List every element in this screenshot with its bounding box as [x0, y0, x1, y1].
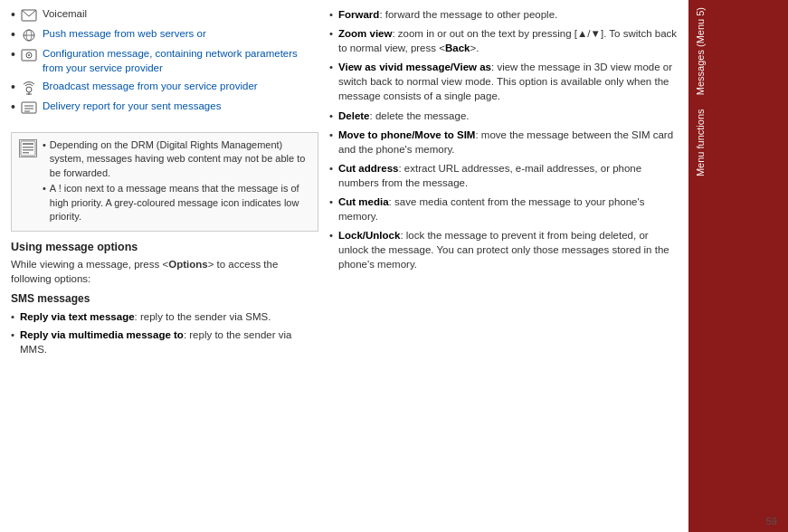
push-label: Push message from web servers or [43, 27, 206, 42]
note-bullet-dot-2: • [43, 182, 46, 223]
list-item: Cut address: extract URL addresses, e-ma… [329, 161, 678, 190]
note-bullet-text-2: A ! icon next to a message means that th… [50, 182, 310, 223]
bullet-dot: • [11, 8, 15, 21]
push-icon [21, 28, 37, 43]
svg-rect-17 [23, 143, 33, 145]
option-label: Cut media [338, 196, 389, 207]
svg-point-8 [28, 54, 30, 56]
note-icon [19, 139, 37, 157]
note-bullet-1: • Depending on the DRM (Digital Rights M… [43, 138, 310, 180]
list-item: Forward: forward the message to other pe… [329, 7, 678, 22]
list-item: • Broadcast message from your service pr… [11, 80, 318, 95]
note-bullet-text-1: Depending on the DRM (Digital Rights Man… [50, 138, 310, 180]
section-body: While viewing a message, press <Options>… [11, 257, 318, 286]
list-item: Cut media: save media content from the m… [329, 195, 678, 223]
list-item: Reply via text message: reply to the sen… [11, 309, 318, 324]
broadcast-label: Broadcast message from your service prov… [43, 80, 258, 94]
voicemail-icon [21, 8, 37, 23]
sms-sub-heading: SMS messages [11, 292, 318, 305]
note-box-inner: • Depending on the DRM (Digital Rights M… [19, 138, 310, 225]
page-number: 59 [766, 516, 777, 527]
config-icon [21, 48, 37, 62]
svg-line-2 [29, 10, 36, 16]
svg-rect-18 [23, 147, 33, 148]
note-bullet-2: • A ! icon next to a message means that … [43, 182, 310, 223]
option-label: Reply via text message [20, 311, 135, 322]
option-label: Reply via multimedia message to [20, 329, 184, 340]
sms-options-list: Reply via text message: reply to the sen… [11, 309, 318, 360]
list-item: Zoom view: zoom in or out on the text by… [329, 26, 678, 55]
sidebar: Menu functions Messages (Menu 5) [688, 0, 788, 532]
list-item: Delete: delete the message. [329, 109, 678, 123]
bullet-dot: • [11, 81, 15, 93]
note-box: • Depending on the DRM (Digital Rights M… [11, 132, 318, 232]
list-item: Lock/Unlock: lock the message to prevent… [329, 228, 678, 271]
list-item: Reply via multimedia message to: reply t… [11, 328, 318, 356]
svg-point-9 [26, 87, 32, 92]
broadcast-icon [21, 81, 37, 95]
option-label: Cut address [338, 163, 398, 174]
bullet-dot: • [11, 48, 15, 61]
bullet-dot: • [11, 28, 15, 41]
right-column: Forward: forward the message to other pe… [329, 7, 678, 525]
option-label: Lock/Unlock [338, 230, 400, 241]
message-type-list: • Voicemail • [11, 7, 318, 119]
svg-line-1 [22, 10, 29, 16]
right-options-list: Forward: forward the message to other pe… [329, 7, 678, 277]
option-label: Delete [338, 110, 370, 121]
list-item: • Push message from web servers or [11, 27, 318, 43]
option-label: Zoom view [338, 28, 392, 39]
option-label: Forward [338, 9, 379, 20]
option-label: View as vivid message/View as [338, 62, 491, 72]
svg-rect-20 [23, 152, 29, 154]
note-text-block: • Depending on the DRM (Digital Rights M… [43, 138, 310, 225]
delivery-label: Delivery report for your sent messages [43, 100, 222, 114]
config-label: Configuration message, containing networ… [43, 47, 318, 75]
list-item: Move to phone/Move to SIM: move the mess… [329, 128, 678, 157]
voicemail-label: Voicemail [43, 7, 87, 22]
note-bullet-dot: • [43, 138, 46, 180]
list-item: View as vivid message/View as: view the … [329, 60, 678, 103]
list-item: • Voicemail [11, 7, 318, 23]
delivery-icon [21, 100, 37, 115]
option-label: Move to phone/Move to SIM [338, 129, 475, 140]
sidebar-title: Menu functions Messages (Menu 5) [694, 7, 707, 176]
left-column: • Voicemail • [11, 7, 318, 525]
page-content: • Voicemail • [0, 0, 688, 532]
section-heading: Using message options [11, 241, 318, 253]
list-item: • Configuration message, containing netw… [11, 47, 318, 75]
list-item: • Delivery report for your sent messages [11, 100, 318, 115]
bullet-dot: • [11, 100, 15, 113]
svg-rect-19 [23, 149, 33, 151]
